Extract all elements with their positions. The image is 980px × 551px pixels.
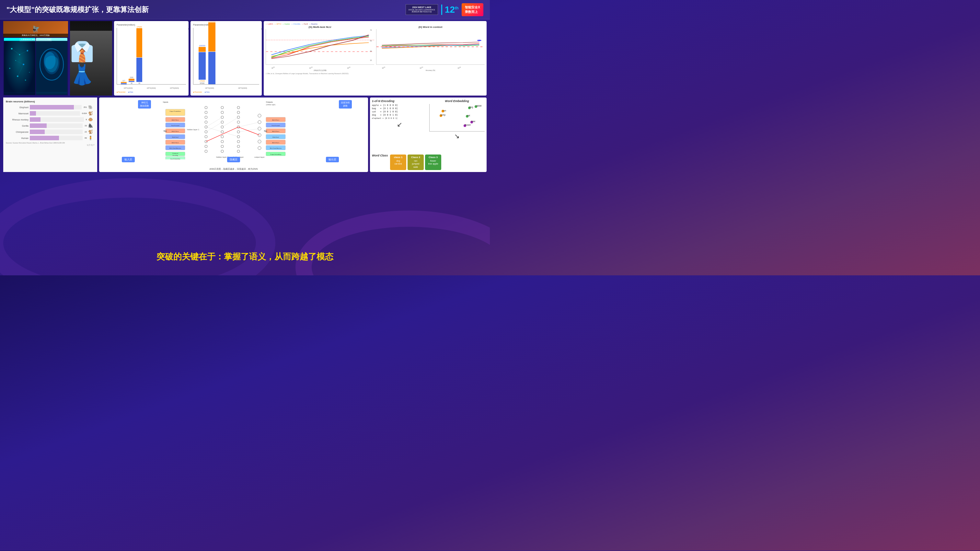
neuron-row-marmoset: Marmoset 0.634 🐒 (6, 111, 95, 116)
svg-point-5 (23, 64, 24, 65)
svg-point-83 (237, 140, 240, 143)
svg-line-10 (12, 49, 19, 54)
panel-gpt-params: Parameter(million) 200000 160000 120000 … (114, 21, 189, 95)
h-accuracy-label: Accuracy (%) (376, 69, 485, 71)
nlu-chart-h: (H) Word in context 70 50 30 10 (376, 25, 485, 71)
svg-text:Output Probabilities: Output Probabilities (170, 110, 181, 112)
svg-point-62 (205, 135, 207, 138)
svg-text:Nx: Nx (264, 130, 267, 132)
fly-label: 果蝇有25万神经元、1000万突触 (3, 34, 68, 37)
svg-line-97 (239, 122, 259, 127)
label-dog: dog (469, 106, 473, 108)
svg-point-59 (205, 121, 207, 124)
nlu-chart-g: (G) Multi-task NLU 70 50 30 10 (266, 25, 374, 71)
svg-text:hidden layer 2: hidden layer 2 (216, 156, 228, 158)
top-image-row: 🪰 果蝇有25万神经元、1000万突触 人类有860亿神经元、150万亿突触 (3, 21, 487, 95)
neuron-bar-marmoset (30, 111, 80, 116)
svg-point-57 (205, 111, 207, 114)
brain-image-2 (36, 38, 67, 95)
svg-point-73 (221, 140, 224, 143)
header-logos: 2024 WEST LAKE DIGITAL SECURITY CONFEREN… (406, 3, 484, 16)
svg-text:Multi-Head Attention: Multi-Head Attention (169, 148, 181, 149)
gpt-chart-label: Parameter(million) (117, 24, 186, 26)
svg-text:hidden layer 1: hidden layer 1 (187, 129, 199, 130)
svg-point-65 (205, 150, 207, 152)
header: "大模型"的突破既靠规模扩张，更靠算法创新 2024 WEST LAKE DIG… (0, 0, 490, 19)
we-encoding-section: 1-of-N Encoding apple = [1 0 0 0 0] bag … (372, 100, 427, 152)
svg-point-76 (237, 106, 240, 109)
ann-annotation-neurons: 神经元 激励函数 (138, 100, 151, 108)
we-row-apple: apple = [1 0 0 0 0] (372, 104, 427, 106)
panel-ann-diagram: 神经元 激励函数 连接加权 参数 Output Probabilities Ad… (99, 97, 368, 172)
neuron-row-rhesus: Rhesus monkey 6 🐵 (6, 117, 95, 122)
bottom-text-area: 突破的关键在于：掌握了语义，从而跨越了模态 (0, 251, 490, 262)
panel-gpt4-params: Parameter(million) 17000000 8000000 1000… (191, 21, 262, 95)
we-classes: class 1 dogcat bird Class 2 ranjumpedwal… (390, 154, 441, 170)
label-cat: cat (467, 114, 470, 117)
we-encoding-title: 1-of-N Encoding (372, 100, 427, 103)
svg-point-58 (205, 116, 207, 119)
marmoset-icon: 🐒 (88, 111, 95, 116)
svg-text:output layer: output layer (254, 156, 264, 158)
svg-point-1 (11, 48, 13, 49)
we-class-2: Class 2 ranjumpedwalk (407, 154, 424, 170)
svg-line-96 (222, 132, 239, 137)
svg-text:Multi-Head: Multi-Head (172, 137, 178, 138)
svg-line-99 (206, 127, 239, 141)
svg-point-4 (15, 60, 16, 61)
svg-point-91 (258, 146, 261, 150)
neuron-bar-chimp (30, 130, 83, 134)
brand-logo: 智能安全X 乘数而上 (461, 3, 484, 16)
svg-text:Add & Norm: Add & Norm (172, 142, 179, 143)
nlu-g-grid: 70 50 30 10 (266, 29, 374, 65)
bottom-highlight-text: 突破的关键在于：掌握了语义，从而跨越了模态 (0, 251, 490, 262)
svg-point-2 (19, 54, 21, 56)
we-plot-area: dog rabbit cat run jump (429, 104, 485, 132)
svg-text:Outputs: Outputs (266, 101, 273, 103)
we-plot-arrow: ↘ (429, 132, 485, 140)
elephant-icon: 🐘 (88, 105, 95, 110)
we-class-3: Class 3 flowertree apple (425, 154, 441, 170)
svg-text:Feed Forward: Feed Forward (171, 125, 180, 126)
nlu-x-label: 训练的浮点运算数 (266, 69, 374, 71)
svg-line-94 (206, 122, 222, 132)
svg-line-93 (206, 127, 222, 132)
gpt-legend: ■ Parameter ■ Data (117, 91, 186, 93)
neuron-bar-rhesus (30, 117, 84, 122)
panel-word-embedding: 1-of-N Encoding apple = [1 0 0 0 0] bag … (370, 97, 487, 172)
svg-text:Multi-Head Attention: Multi-Head Attention (270, 148, 282, 149)
neuron-row-human: Human 86 🧍 (6, 136, 95, 140)
panel-people: 👔👗 (70, 21, 112, 95)
brain-image-1 (4, 38, 35, 95)
content-area: 🪰 果蝇有25万神经元、1000万突触 人类有860亿神经元、150万亿突触 (3, 21, 487, 272)
svg-text:Nx: Nx (164, 130, 167, 132)
nlu-h-grid: 70 50 30 10 (376, 29, 485, 65)
fly-image: 🪰 果蝇有25万神经元、1000万突触 (3, 21, 68, 37)
neurons-chart-title: Brain neurons (billions) (6, 100, 95, 103)
nlu-charts: (G) Multi-task NLU 70 50 30 10 (266, 25, 485, 71)
svg-point-56 (205, 106, 207, 109)
conference-number: 12th (441, 5, 458, 15)
svg-point-86 (258, 114, 261, 117)
svg-line-12 (16, 60, 23, 65)
we-top-section: 1-of-N Encoding apple = [1 0 0 0 0] bag … (372, 100, 485, 152)
gpt4-param-label: Parameter(million) (193, 24, 259, 26)
gpt4-legend: ■ Parameter ■ Data (193, 91, 259, 93)
ann-caption: ANN示意图，隐藏层越多，深度越深，称为DNN (99, 167, 368, 171)
neuron-bar-gorilla (30, 124, 83, 128)
svg-text:Multi-Head: Multi-Head (272, 137, 278, 138)
neuron-row-chimp: Chimpanzee 22 🐒 (6, 130, 95, 134)
gpt4-bars: 17000000 8000000 1000000 175000 87000 17… (193, 28, 259, 84)
gpt4-x-labels: GPT3(2020) GPT4(2023) (193, 87, 259, 89)
label-tree: tree (471, 120, 475, 122)
svg-text:(shifted right): (shifted right) (266, 104, 276, 106)
encoding-arrow: ↙ (372, 121, 427, 128)
svg-text:Input Embedding: Input Embedding (170, 158, 180, 159)
ann-label-hidden: 隐藏层 (227, 157, 240, 162)
nlu-citation: J. Wei, et al., Emergent Abilities of La… (266, 73, 485, 75)
svg-rect-0 (4, 41, 35, 92)
svg-line-11 (20, 51, 27, 55)
chimp-icon: 🐒 (88, 130, 95, 134)
svg-point-3 (27, 50, 28, 51)
ann-annotation-weights: 连接加权 参数 (339, 100, 352, 108)
